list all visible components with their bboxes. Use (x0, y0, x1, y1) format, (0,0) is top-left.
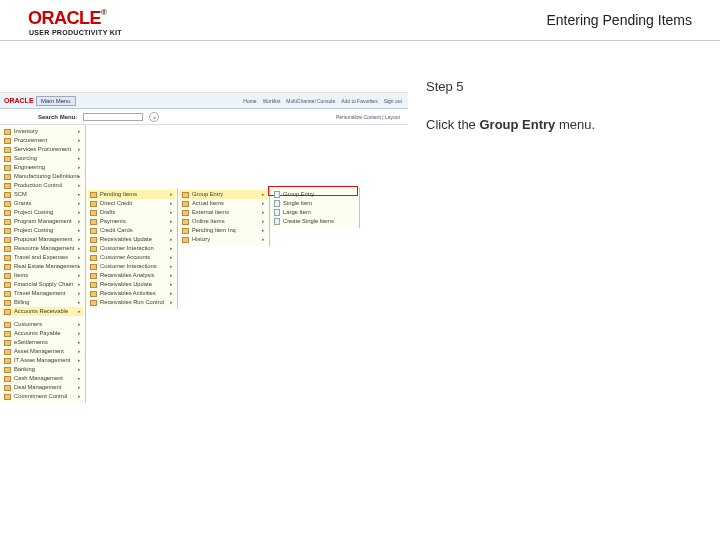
menu-item-label: Resource Management (14, 244, 74, 253)
chevron-right-icon: ▸ (170, 298, 173, 307)
menu-item[interactable]: Create Single Items (272, 217, 357, 226)
folder-icon (4, 331, 11, 337)
menu-item[interactable]: Online Items▸ (180, 217, 267, 226)
menu-item[interactable]: Banking▸ (2, 365, 83, 374)
nav-console[interactable]: MultiChannel Console (286, 98, 335, 104)
search-go-icon[interactable]: » (149, 112, 159, 122)
search-input[interactable] (83, 113, 143, 121)
menu-item[interactable]: Proposal Management▸ (2, 235, 83, 244)
nav-fav[interactable]: Add to Favorites (341, 98, 377, 104)
chevron-right-icon: ▸ (78, 154, 81, 163)
menu-item[interactable]: Production Control▸ (2, 181, 83, 190)
menu-item[interactable]: Accounts Payable▸ (2, 329, 83, 338)
menu-item[interactable]: Engineering▸ (2, 163, 83, 172)
menu-item[interactable]: Accounts Receivable▸ (2, 307, 83, 316)
menu-item[interactable]: Customer Interaction▸ (88, 244, 175, 253)
nav-worklist[interactable]: Worklist (263, 98, 281, 104)
instr-post: menu. (555, 117, 595, 132)
chevron-right-icon: ▸ (78, 136, 81, 145)
menu-item[interactable]: eSettlements▸ (2, 338, 83, 347)
menu-item-label: Large Item (283, 208, 311, 217)
menu-item[interactable]: Drafts▸ (88, 208, 175, 217)
menu-item[interactable]: Customer Accounts▸ (88, 253, 175, 262)
menu-item[interactable]: Manufacturing Definitions▸ (2, 172, 83, 181)
menu-item[interactable]: Deal Management▸ (2, 383, 83, 392)
ps-top-bar (0, 79, 408, 93)
menu-item[interactable]: Project Costing▸ (2, 208, 83, 217)
chevron-right-icon: ▸ (78, 307, 81, 316)
menu-item[interactable]: Customer Interactions▸ (88, 262, 175, 271)
menu-item-label: Banking (14, 365, 35, 374)
menu-item[interactable]: Single Item (272, 199, 357, 208)
menu-item[interactable]: Group Entry▸ (180, 190, 267, 199)
chevron-right-icon: ▸ (78, 356, 81, 365)
menu-item[interactable]: Real Estate Management▸ (2, 262, 83, 271)
menu-item[interactable]: External Items▸ (180, 208, 267, 217)
menu-item[interactable]: Pending Items▸ (88, 190, 175, 199)
nav-signout[interactable]: Sign out (384, 98, 402, 104)
menu-item[interactable]: Billing▸ (2, 298, 83, 307)
menu-item[interactable]: Grants▸ (2, 199, 83, 208)
menu-item[interactable]: Customers▸ (2, 320, 83, 329)
menu-item[interactable]: IT Asset Management▸ (2, 356, 83, 365)
folder-icon (90, 192, 97, 198)
folder-icon (4, 183, 11, 189)
menu-item-label: Project Costing (14, 208, 53, 217)
menu-item-label: Credit Cards (100, 226, 133, 235)
instr-bold: Group Entry (479, 117, 555, 132)
menu-item[interactable]: Asset Management▸ (2, 347, 83, 356)
menu-item[interactable]: Project Costing▸ (2, 226, 83, 235)
folder-icon (4, 309, 11, 315)
menu-item[interactable]: Payments▸ (88, 217, 175, 226)
menu-item[interactable]: Credit Cards▸ (88, 226, 175, 235)
menu-item[interactable]: Inventory▸ (2, 127, 83, 136)
folder-icon (4, 273, 11, 279)
personalize-link[interactable]: Personalize Content | Layout (336, 114, 400, 120)
menu-item-label: Drafts (100, 208, 115, 217)
menu-item[interactable]: Receivables Analysis▸ (88, 271, 175, 280)
menu-item-label: Inventory (14, 127, 38, 136)
menu-item[interactable]: Program Management▸ (2, 217, 83, 226)
menu-item[interactable]: Group Entry (272, 190, 357, 199)
chevron-right-icon: ▸ (170, 289, 173, 298)
menu-item[interactable]: Resource Management▸ (2, 244, 83, 253)
chevron-right-icon: ▸ (170, 190, 173, 199)
folder-icon (4, 201, 11, 207)
folder-icon (4, 237, 11, 243)
menu-item[interactable]: Sourcing▸ (2, 154, 83, 163)
chevron-right-icon: ▸ (170, 235, 173, 244)
chevron-right-icon: ▸ (78, 181, 81, 190)
menu-item[interactable]: SCM▸ (2, 190, 83, 199)
chevron-right-icon: ▸ (78, 347, 81, 356)
menu-item[interactable]: Receivables Update▸ (88, 235, 175, 244)
chevron-right-icon: ▸ (170, 217, 173, 226)
menu-item-label: Payments (100, 217, 126, 226)
menu-item[interactable]: Receivables Run Control▸ (88, 298, 175, 307)
chevron-right-icon: ▸ (78, 280, 81, 289)
menu-item[interactable]: Receivables Update▸ (88, 280, 175, 289)
menu-item[interactable]: Receivables Activities▸ (88, 289, 175, 298)
folder-icon (4, 358, 11, 364)
menu-item[interactable]: Commitment Control▸ (2, 392, 83, 401)
menu-item[interactable]: Actual Items▸ (180, 199, 267, 208)
menu-item[interactable]: History▸ (180, 235, 267, 244)
menu-item-label: Customer Interaction (100, 244, 154, 253)
menu-item-label: Receivables Update (100, 235, 152, 244)
chevron-right-icon: ▸ (170, 244, 173, 253)
menu-item-label: Receivables Update (100, 280, 152, 289)
menu-item[interactable]: Procurement▸ (2, 136, 83, 145)
nav-home[interactable]: Home (243, 98, 256, 104)
menu-item[interactable]: Large Item (272, 208, 357, 217)
menu-item[interactable]: Travel Management▸ (2, 289, 83, 298)
menu-item[interactable]: Financial Supply Chain▸ (2, 280, 83, 289)
menu-item[interactable]: Services Procurement▸ (2, 145, 83, 154)
menu-item[interactable]: Cash Management▸ (2, 374, 83, 383)
menu-item[interactable]: Items▸ (2, 271, 83, 280)
menu-item[interactable]: Direct Credit▸ (88, 199, 175, 208)
folder-icon (4, 385, 11, 391)
menu-item-label: Direct Credit (100, 199, 132, 208)
main-menu-button[interactable]: Main Menu (36, 96, 76, 106)
folder-icon (90, 228, 97, 234)
menu-item[interactable]: Pending Item Inq▸ (180, 226, 267, 235)
menu-item[interactable]: Travel and Expenses▸ (2, 253, 83, 262)
